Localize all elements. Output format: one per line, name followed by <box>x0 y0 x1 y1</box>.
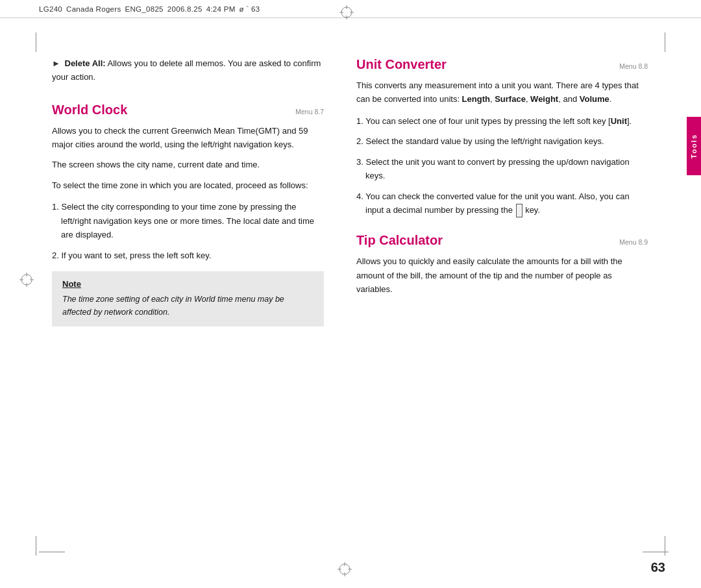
header-model: LG240 <box>39 5 62 13</box>
world-clock-para-3: To select the time zone in which you are… <box>52 178 324 192</box>
unit-converter-heading: Unit Converter Menu 8.8 <box>356 57 648 72</box>
right-column: Unit Converter Menu 8.8 This converts an… <box>343 18 687 588</box>
header-lang: ENG_0825 <box>125 5 163 13</box>
unit-converter-item-2: 2. Select the standard value by using th… <box>356 134 648 148</box>
tip-calculator-section: Tip Calculator Menu 8.9 Allows you to qu… <box>356 233 648 296</box>
crosshair-bottom <box>338 562 352 578</box>
world-clock-item-2: 2. If you want to set, press the left so… <box>52 249 324 262</box>
unit-converter-title: Unit Converter <box>356 57 447 72</box>
unit-length: Length <box>462 94 490 104</box>
world-clock-item-1: 1. Select the city corresponding to your… <box>52 200 324 241</box>
tip-calculator-heading: Tip Calculator Menu 8.9 <box>356 233 648 248</box>
world-clock-heading: World Clock Menu 8.7 <box>52 103 324 117</box>
tip-calculator-body: Allows you to quickly and easily calcula… <box>356 254 648 296</box>
page-number: 63 <box>651 560 665 575</box>
unit-converter-intro: This converts any measurement into a uni… <box>356 79 648 106</box>
unit-weight: Weight <box>530 94 558 104</box>
delete-all-text: ► Delete All: Allows you to delete all m… <box>52 57 324 84</box>
bottom-line-left <box>39 552 65 552</box>
note-text: The time zone setting of each city in Wo… <box>62 293 314 319</box>
unit-converter-item-1: 1. You can select one of four unit types… <box>356 114 648 128</box>
world-clock-title: World Clock <box>52 103 127 117</box>
unit-converter-intro-text: This converts any measurement into a uni… <box>356 79 648 106</box>
main-content: ► Delete All: Allows you to delete all m… <box>0 18 687 588</box>
world-clock-list: 1. Select the city corresponding to your… <box>52 200 324 262</box>
world-clock-para-2: The screen shows the city name, current … <box>52 158 324 171</box>
bottom-line-right <box>643 552 669 552</box>
world-clock-body: Allows you to check the current Greenwic… <box>52 124 324 193</box>
header-date: 2006.8.25 <box>167 5 203 13</box>
side-tab: Tools <box>687 117 701 175</box>
world-clock-item-2-text: If you want to set, press the left soft … <box>61 251 211 260</box>
header-symbols: ø ` 63 <box>240 5 260 13</box>
unit-surface: Surface <box>495 94 526 104</box>
unit-converter-section: Unit Converter Menu 8.8 This converts an… <box>356 57 648 217</box>
header-carrier: Canada Rogers <box>66 5 121 13</box>
note-title: Note <box>62 279 314 289</box>
delete-all-label: Delete All: <box>65 58 106 68</box>
world-clock-para-1: Allows you to check the current Greenwic… <box>52 124 324 152</box>
tip-calculator-text: Allows you to quickly and easily calcula… <box>356 254 648 296</box>
world-clock-item-1-text: Select the city corresponding to your ti… <box>61 202 314 239</box>
page-container: LG240 Canada Rogers ENG_0825 2006.8.25 4… <box>0 0 701 588</box>
world-clock-section: World Clock Menu 8.7 Allows you to check… <box>52 103 324 327</box>
tip-calculator-menu-ref: Menu 8.9 <box>619 238 648 246</box>
header-time: 4:24 PM <box>206 5 236 13</box>
note-box: Note The time zone setting of each city … <box>52 271 324 326</box>
unit-converter-item-3: 3. Select the unit you want to convert b… <box>356 155 648 183</box>
side-tab-label: Tools <box>690 134 698 159</box>
unit-key-label: Unit <box>611 116 627 126</box>
tip-calculator-title: Tip Calculator <box>356 233 443 248</box>
world-clock-item-1-num: 1. <box>52 202 61 212</box>
crosshair-left <box>19 273 34 289</box>
delete-all-section: ► Delete All: Allows you to delete all m… <box>52 57 324 84</box>
unit-converter-item-4: 4. You can check the converted value for… <box>356 190 648 217</box>
world-clock-item-2-num: 2. <box>52 251 61 260</box>
unit-volume: Volume <box>580 94 609 104</box>
unit-converter-list: 1. You can select one of four unit types… <box>356 114 648 217</box>
delete-all-arrow: ► <box>52 58 60 68</box>
key-box <box>516 204 523 217</box>
left-column: ► Delete All: Allows you to delete all m… <box>0 18 343 588</box>
world-clock-menu-ref: Menu 8.7 <box>295 108 324 116</box>
unit-converter-menu-ref: Menu 8.8 <box>619 62 648 70</box>
